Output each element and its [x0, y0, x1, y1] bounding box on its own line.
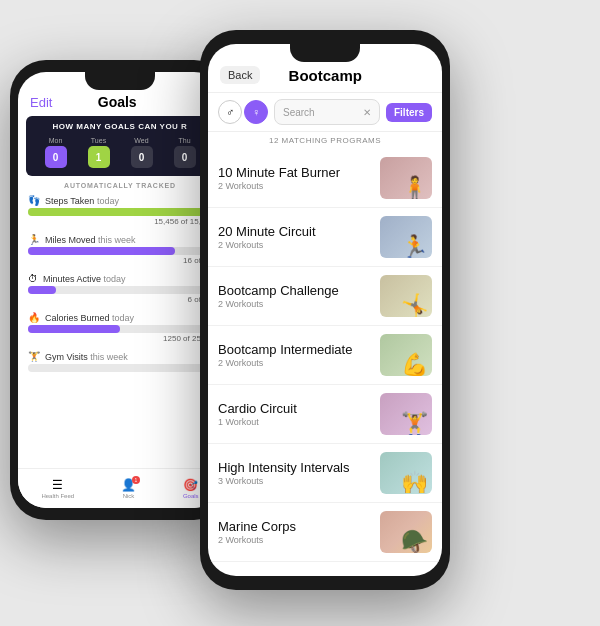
gender-toggle: ♂ ♀ [218, 100, 268, 124]
thumb-figure: 🤸 [401, 295, 428, 317]
program-info: Bootcamp Intermediate 2 Workouts [218, 342, 352, 368]
calories-progress-fill [28, 325, 120, 333]
list-item[interactable]: 20 Minute Circuit 2 Workouts 🏃 [208, 208, 442, 267]
program-name: Bootcamp Intermediate [218, 342, 352, 357]
day-thu[interactable]: Thu 0 [174, 137, 196, 168]
health-feed-label: Health Feed [41, 493, 74, 499]
program-thumb: 🏋 [380, 393, 432, 435]
program-thumb: 🤸 [380, 275, 432, 317]
filter-row: ♂ ♀ Search ✕ Filters [208, 93, 442, 132]
program-info: 20 Minute Circuit 2 Workouts [218, 224, 316, 250]
goals-banner-text: HOW MANY GOALS CAN YOU R [34, 122, 206, 131]
program-thumb: 🙌 [380, 452, 432, 494]
phone-bootcamp: Back Bootcamp ♂ ♀ Search ✕ Filters 12 MA… [200, 30, 450, 590]
program-workouts: 2 Workouts [218, 181, 340, 191]
phone-goals: Edit Goals HOW MANY GOALS CAN YOU R Mon … [10, 60, 230, 520]
steps-progress-label: 15,456 of 15,4... [28, 217, 212, 226]
day-thu-box: 0 [174, 146, 196, 168]
minutes-progress-bg [28, 286, 212, 294]
list-item[interactable]: Bootcamp Challenge 2 Workouts 🤸 [208, 267, 442, 326]
miles-icon: 🏃 [28, 234, 40, 245]
day-wed-box: 0 [131, 146, 153, 168]
notch-2 [290, 44, 360, 62]
scene: Edit Goals HOW MANY GOALS CAN YOU R Mon … [0, 0, 600, 626]
gender-male-button[interactable]: ♂ [218, 100, 242, 124]
metric-gym: 🏋 Gym Visits this week [18, 347, 222, 376]
list-item[interactable]: Marine Corps 2 Workouts 🪖 [208, 503, 442, 562]
search-box[interactable]: Search ✕ [274, 99, 380, 125]
minutes-progress-label: 6 of 40 [28, 295, 212, 304]
program-info: 10 Minute Fat Burner 2 Workouts [218, 165, 340, 191]
day-mon[interactable]: Mon 0 [45, 137, 67, 168]
minutes-label: Minutes Active today [43, 274, 126, 284]
day-mon-box: 0 [45, 146, 67, 168]
minutes-progress-fill [28, 286, 56, 294]
program-info: Bootcamp Challenge 2 Workouts [218, 283, 339, 309]
matching-label: 12 MATCHING PROGRAMS [208, 132, 442, 149]
calories-label: Calories Burned today [45, 313, 134, 323]
day-mon-label: Mon [49, 137, 63, 144]
day-wed[interactable]: Wed 0 [131, 137, 153, 168]
program-workouts: 2 Workouts [218, 535, 296, 545]
day-tues[interactable]: Tues 1 [88, 137, 110, 168]
nick-label: Nick [123, 493, 135, 499]
footer-health-feed[interactable]: ☰ Health Feed [41, 478, 74, 499]
goals-title: Goals [98, 94, 137, 110]
metric-minutes: ⏱ Minutes Active today 6 of 40 [18, 269, 222, 308]
program-thumb: 🧍 [380, 157, 432, 199]
goals-footer-label: Goals [183, 493, 199, 499]
notch-1 [85, 72, 155, 90]
thumb-figure: 💪 [401, 354, 428, 376]
footer-nick[interactable]: 👤 1 Nick [121, 478, 136, 499]
list-item[interactable]: Bootcamp Intermediate 2 Workouts 💪 [208, 326, 442, 385]
search-clear-icon[interactable]: ✕ [363, 107, 371, 118]
calories-progress-bg [28, 325, 212, 333]
steps-icon: 👣 [28, 195, 40, 206]
program-name: Cardio Circuit [218, 401, 297, 416]
phone-bootcamp-screen: Back Bootcamp ♂ ♀ Search ✕ Filters 12 MA… [208, 44, 442, 576]
auto-tracked-label: AUTOMATICALLY TRACKED [18, 176, 222, 191]
thumb-figure: 🧍 [401, 177, 428, 199]
steps-label: Steps Taken today [45, 196, 119, 206]
gym-icon: 🏋 [28, 351, 40, 362]
day-thu-label: Thu [178, 137, 190, 144]
minutes-icon: ⏱ [28, 273, 38, 284]
metric-calories: 🔥 Calories Burned today 1250 of 250... [18, 308, 222, 347]
footer-goals[interactable]: 🎯 Goals [183, 478, 199, 499]
program-name: High Intensity Intervals [218, 460, 350, 475]
thumb-figure: 🙌 [401, 472, 428, 494]
gym-label: Gym Visits this week [45, 352, 128, 362]
steps-progress-bg [28, 208, 212, 216]
goals-footer: ☰ Health Feed 👤 1 Nick 🎯 Goals [18, 468, 222, 508]
nick-notification-badge: 1 [132, 476, 140, 484]
list-item[interactable]: High Intensity Intervals 3 Workouts 🙌 [208, 444, 442, 503]
steps-progress-fill [28, 208, 208, 216]
program-name: 20 Minute Circuit [218, 224, 316, 239]
health-feed-icon: ☰ [52, 478, 63, 492]
day-tues-label: Tues [91, 137, 106, 144]
calories-progress-label: 1250 of 250... [28, 334, 212, 343]
bootcamp-title: Bootcamp [289, 67, 362, 84]
thumb-figure: 🏋 [401, 413, 428, 435]
program-name: Bootcamp Challenge [218, 283, 339, 298]
metric-miles: 🏃 Miles Moved this week 16 of 20 [18, 230, 222, 269]
search-placeholder: Search [283, 107, 315, 118]
program-workouts: 2 Workouts [218, 358, 352, 368]
program-thumb: 💪 [380, 334, 432, 376]
day-wed-label: Wed [134, 137, 148, 144]
thumb-figure: 🪖 [401, 531, 428, 553]
metric-steps: 👣 Steps Taken today 15,456 of 15,4... [18, 191, 222, 230]
list-item[interactable]: Cardio Circuit 1 Workout 🏋 [208, 385, 442, 444]
program-info: Cardio Circuit 1 Workout [218, 401, 297, 427]
edit-button[interactable]: Edit [30, 95, 52, 110]
list-item[interactable]: 10 Minute Fat Burner 2 Workouts 🧍 [208, 149, 442, 208]
gym-progress-bg [28, 364, 212, 372]
back-button[interactable]: Back [220, 66, 260, 84]
thumb-figure: 🏃 [401, 236, 428, 258]
program-info: Marine Corps 2 Workouts [218, 519, 296, 545]
gender-female-button[interactable]: ♀ [244, 100, 268, 124]
miles-progress-bg [28, 247, 212, 255]
filters-button[interactable]: Filters [386, 103, 432, 122]
phone-goals-screen: Edit Goals HOW MANY GOALS CAN YOU R Mon … [18, 72, 222, 508]
day-tues-box: 1 [88, 146, 110, 168]
